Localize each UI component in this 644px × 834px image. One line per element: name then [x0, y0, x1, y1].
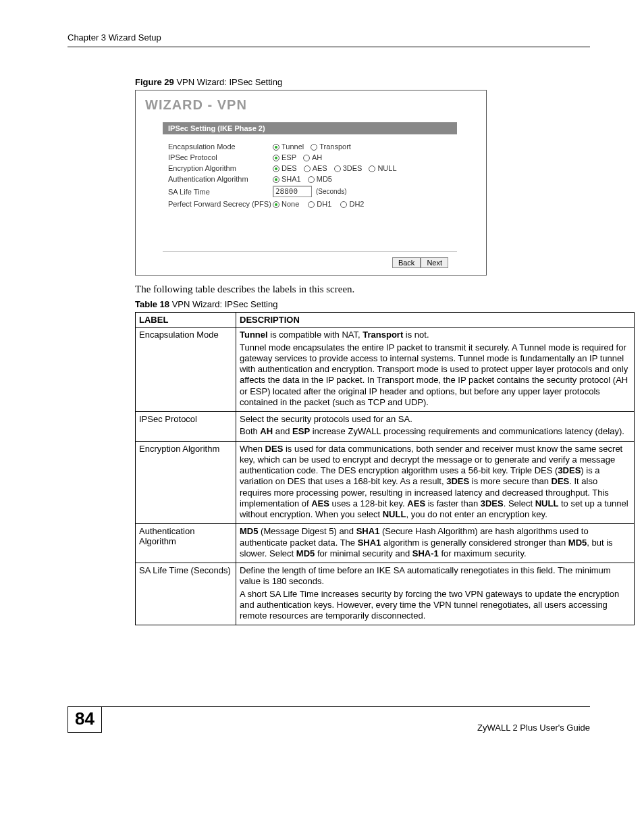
- table-caption: Table 18 VPN Wizard: IPSec Setting: [135, 299, 590, 309]
- radio-transport-label: Transport: [319, 142, 351, 151]
- th-description: DESCRIPTION: [236, 313, 635, 328]
- radio-md5-label: MD5: [317, 175, 332, 183]
- figure-caption: Figure 29 VPN Wizard: IPSec Setting: [135, 77, 590, 87]
- label-encryption: Encryption Algorithm: [168, 164, 273, 172]
- table-row: Authentication AlgorithmMD5 (Message Dig…: [136, 524, 635, 563]
- radio-transport[interactable]: [311, 144, 317, 151]
- radio-esp[interactable]: [273, 155, 279, 161]
- row-salife: SA Life Time 28800 (Seconds): [168, 186, 452, 197]
- following-text: The following table describes the labels…: [135, 284, 590, 295]
- row-protocol: IPSec Protocol ESP AH: [168, 153, 452, 161]
- radio-null-label: NULL: [377, 164, 396, 172]
- row-pfs: Perfect Forward Secrecy (PFS) None DH1 D…: [168, 200, 452, 208]
- label-encapsulation: Encapsulation Mode: [168, 142, 273, 151]
- row-description: MD5 (Message Digest 5) and SHA1 (Secure …: [236, 524, 635, 563]
- row-encapsulation: Encapsulation Mode Tunnel Transport: [168, 142, 452, 151]
- row-label: Encryption Algorithm: [136, 441, 236, 524]
- radio-ah-label: AH: [312, 153, 322, 161]
- row-description: Define the length of time before an IKE …: [236, 563, 635, 625]
- radio-md5[interactable]: [308, 176, 315, 183]
- row-encryption: Encryption Algorithm DES AES 3DES NULL: [168, 164, 452, 172]
- back-button[interactable]: Back: [392, 257, 421, 268]
- description-table: LABEL DESCRIPTION Encapsulation ModeTunn…: [135, 312, 635, 625]
- table-row: Encapsulation ModeTunnel is compatible w…: [136, 328, 635, 412]
- radio-3des-label: 3DES: [343, 164, 363, 172]
- radio-sha1-label: SHA1: [281, 175, 301, 183]
- row-auth: Authentication Algorithm SHA1 MD5: [168, 175, 452, 183]
- table-row: Encryption AlgorithmWhen DES is used for…: [136, 441, 635, 524]
- table-title: VPN Wizard: IPSec Setting: [169, 299, 277, 309]
- figure-number: Figure 29: [135, 77, 174, 87]
- guide-name: ZyWALL 2 Plus User's Guide: [477, 723, 590, 733]
- figure-title: VPN Wizard: IPSec Setting: [174, 77, 282, 87]
- table-row: IPSec ProtocolSelect the security protoc…: [136, 412, 635, 442]
- wizard-figure: WIZARD - VPN IPSec Setting (IKE Phase 2)…: [135, 90, 487, 276]
- radio-pfs-dh2[interactable]: [340, 201, 347, 208]
- next-button[interactable]: Next: [421, 257, 448, 268]
- row-description: Select the security protocols used for a…: [236, 412, 635, 442]
- label-salife: SA Life Time: [168, 188, 273, 196]
- table-number: Table 18: [135, 299, 169, 309]
- radio-pfs-dh1[interactable]: [308, 201, 315, 208]
- radio-tunnel-label: Tunnel: [281, 142, 304, 151]
- label-auth: Authentication Algorithm: [168, 175, 273, 183]
- button-row: BackNext: [163, 257, 479, 268]
- panel-heading: IPSec Setting (IKE Phase 2): [163, 122, 457, 134]
- row-label: SA Life Time (Seconds): [136, 563, 236, 625]
- radio-3des[interactable]: [334, 165, 341, 172]
- radio-pfs-none[interactable]: [273, 201, 279, 208]
- input-salife[interactable]: 28800: [273, 186, 312, 197]
- page-number: 84: [68, 707, 102, 733]
- radio-sha1[interactable]: [273, 176, 279, 183]
- label-pfs: Perfect Forward Secrecy (PFS): [168, 200, 273, 208]
- radio-pfs-dh1-label: DH1: [317, 200, 331, 208]
- row-label: IPSec Protocol: [136, 412, 236, 442]
- chapter-header: Chapter 3 Wizard Setup: [68, 32, 590, 47]
- ipsec-panel: IPSec Setting (IKE Phase 2) Encapsulatio…: [163, 122, 479, 268]
- radio-null[interactable]: [369, 165, 375, 172]
- salife-unit: (Seconds): [316, 188, 347, 195]
- table-row: SA Life Time (Seconds)Define the length …: [136, 563, 635, 625]
- row-description: When DES is used for data communications…: [236, 441, 635, 524]
- wizard-title: WIZARD - VPN: [145, 97, 479, 113]
- radio-tunnel[interactable]: [273, 144, 279, 151]
- row-label: Authentication Algorithm: [136, 524, 236, 563]
- radio-aes-label: AES: [313, 164, 327, 172]
- row-label: Encapsulation Mode: [136, 328, 236, 412]
- radio-pfs-none-label: None: [281, 200, 299, 208]
- label-protocol: IPSec Protocol: [168, 153, 273, 161]
- row-description: Tunnel is compatible with NAT, Transport…: [236, 328, 635, 412]
- radio-ah[interactable]: [303, 155, 310, 161]
- radio-des-label: DES: [281, 164, 297, 172]
- radio-pfs-dh2-label: DH2: [349, 200, 364, 208]
- th-label: LABEL: [136, 313, 236, 328]
- form-area: Encapsulation Mode Tunnel Transport IPSe…: [163, 134, 457, 252]
- radio-des[interactable]: [273, 165, 279, 172]
- page-footer: 84 ZyWALL 2 Plus User's Guide: [68, 706, 590, 733]
- radio-esp-label: ESP: [281, 153, 296, 161]
- radio-aes[interactable]: [304, 165, 311, 172]
